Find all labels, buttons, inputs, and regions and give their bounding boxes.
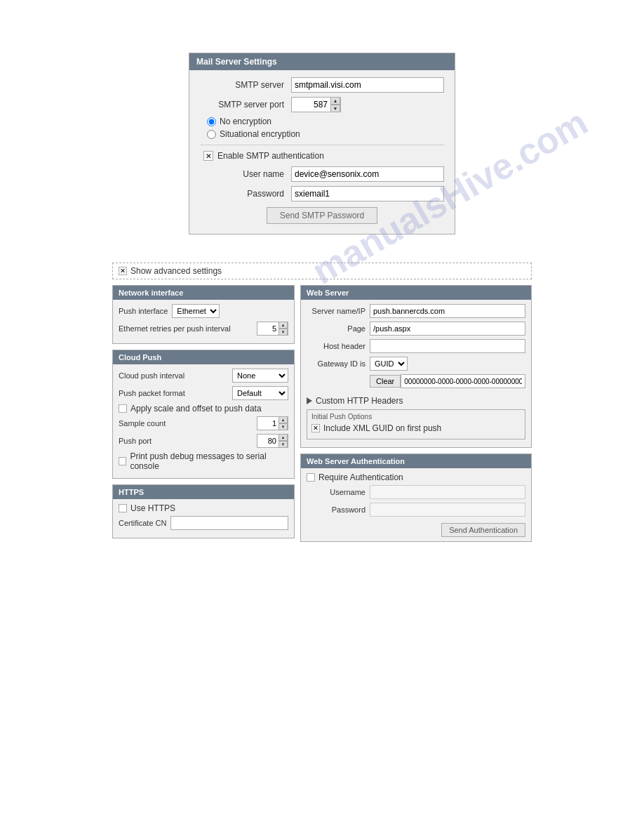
cloud-push-panel: Cloud Push Cloud push interval None Push… <box>112 350 295 479</box>
smtp-port-up[interactable]: ▲ <box>330 97 340 105</box>
sample-count-down[interactable]: ▼ <box>279 423 288 430</box>
advanced-settings-checkbox[interactable]: ✕ <box>119 267 127 275</box>
use-https-label: Use HTTPS <box>130 503 175 513</box>
page-row: Page <box>307 322 525 336</box>
certificate-cn-input[interactable] <box>170 516 288 530</box>
situational-encryption-label: Situational encryption <box>220 129 300 139</box>
ethernet-retries-input[interactable] <box>257 324 279 333</box>
no-encryption-radio[interactable] <box>207 117 216 126</box>
auth-username-input[interactable] <box>370 485 525 499</box>
expand-triangle-icon <box>307 397 312 404</box>
web-server-auth-body: Require Authentication Username Password… <box>301 468 531 541</box>
username-row: User name <box>200 166 444 182</box>
enable-smtp-label: Enable SMTP authentication <box>217 151 324 161</box>
page-input[interactable] <box>370 322 525 336</box>
smtp-port-wrapper: ▲ ▼ <box>291 97 341 112</box>
send-authentication-button[interactable]: Send Authentication <box>441 523 525 537</box>
cloud-push-interval-select[interactable]: None <box>232 369 288 383</box>
page-label: Page <box>307 324 370 333</box>
guid-value-input[interactable] <box>401 374 525 388</box>
smtp-port-down[interactable]: ▼ <box>330 105 340 112</box>
mail-server-title: Mail Server Settings <box>189 53 455 70</box>
push-packet-format-row: Push packet format Default <box>119 386 288 400</box>
print-debug-checkbox[interactable] <box>119 457 126 465</box>
password-row: Password <box>200 186 444 201</box>
include-xml-guid-label: Include XML GUID on first push <box>323 423 441 433</box>
push-interface-select[interactable]: Ethernet <box>172 304 220 318</box>
network-interface-title: Network interface <box>113 286 294 300</box>
include-xml-guid-row: ✕ Include XML GUID on first push <box>311 423 521 433</box>
custom-http-headers-label: Custom HTTP Headers <box>316 396 403 406</box>
mail-server-body: SMTP server SMTP server port ▲ ▼ No encr… <box>189 70 455 234</box>
sample-count-spin-buttons: ▲ ▼ <box>279 416 288 430</box>
apply-scale-checkbox[interactable] <box>119 404 127 413</box>
advanced-settings-row[interactable]: ✕ Show advanced settings <box>112 263 532 279</box>
push-port-up[interactable]: ▲ <box>279 434 288 441</box>
sample-count-up[interactable]: ▲ <box>279 416 288 423</box>
ethernet-retries-up[interactable]: ▲ <box>279 322 288 329</box>
ethernet-retries-spin-buttons: ▲ ▼ <box>279 322 288 336</box>
push-interface-label: Push interface <box>119 307 168 315</box>
right-panels: Web Server Server name/IP Page Host head… <box>300 285 532 542</box>
gateway-id-select[interactable]: GUID <box>370 357 408 371</box>
no-encryption-label: No encryption <box>220 117 271 126</box>
ethernet-retries-spinner: ▲ ▼ <box>257 322 288 336</box>
smtp-server-label: SMTP server <box>200 80 291 90</box>
cloud-push-body: Cloud push interval None Push packet for… <box>113 364 294 478</box>
web-server-auth-panel: Web Server Authentication Require Authen… <box>300 454 532 542</box>
smtp-server-row: SMTP server <box>200 77 444 93</box>
clear-button[interactable]: Clear <box>370 375 401 388</box>
initial-push-options-box: Initial Push Options ✕ Include XML GUID … <box>307 409 525 439</box>
ethernet-retries-label: Ethernet retries per push interval <box>119 324 253 333</box>
print-debug-label: Print push debug messages to serial cons… <box>130 451 288 471</box>
initial-push-options-title: Initial Push Options <box>311 413 521 421</box>
mail-server-panel: Mail Server Settings SMTP server SMTP se… <box>189 53 455 234</box>
network-interface-panel: Network interface Push interface Etherne… <box>112 285 295 344</box>
situational-encryption-radio[interactable] <box>207 130 216 139</box>
smtp-port-input[interactable] <box>292 98 330 111</box>
server-name-ip-label: Server name/IP <box>307 307 370 315</box>
require-auth-row: Require Authentication <box>307 472 525 482</box>
push-packet-format-label: Push packet format <box>119 389 228 397</box>
require-auth-checkbox[interactable] <box>307 473 315 482</box>
bottom-section: ✕ Show advanced settings Network interfa… <box>0 263 644 556</box>
bottom-panels: Network interface Push interface Etherne… <box>112 285 532 542</box>
push-packet-format-select[interactable]: Default <box>232 386 288 400</box>
push-port-spin-buttons: ▲ ▼ <box>279 434 288 448</box>
print-debug-row: Print push debug messages to serial cons… <box>119 451 288 471</box>
apply-scale-label: Apply scale and offset to push data <box>130 404 262 413</box>
apply-scale-row: Apply scale and offset to push data <box>119 404 288 413</box>
sample-count-input[interactable] <box>257 418 279 428</box>
cloud-push-title: Cloud Push <box>113 350 294 364</box>
server-name-ip-input[interactable] <box>370 304 525 318</box>
push-port-down[interactable]: ▼ <box>279 441 288 448</box>
web-server-title: Web Server <box>301 286 531 300</box>
use-https-checkbox[interactable] <box>119 504 127 512</box>
smtp-port-row: SMTP server port ▲ ▼ <box>200 97 444 112</box>
push-interface-row: Push interface Ethernet <box>119 304 288 318</box>
web-server-panel: Web Server Server name/IP Page Host head… <box>300 285 532 448</box>
push-port-label: Push port <box>119 437 253 445</box>
smtp-port-label: SMTP server port <box>200 100 291 110</box>
server-name-ip-row: Server name/IP <box>307 304 525 318</box>
top-section: Mail Server Settings SMTP server SMTP se… <box>0 0 644 263</box>
send-smtp-password-button[interactable]: Send SMTP Password <box>267 207 378 224</box>
gateway-id-row: Gateway ID is GUID <box>307 357 525 371</box>
host-header-input[interactable] <box>370 339 525 353</box>
username-input[interactable] <box>291 166 444 182</box>
include-xml-guid-checkbox[interactable]: ✕ <box>311 424 320 432</box>
push-port-input[interactable] <box>257 436 279 446</box>
https-panel: HTTPS Use HTTPS Certificate CN <box>112 484 295 538</box>
clear-guid-row: Clear <box>307 374 525 388</box>
ethernet-retries-down[interactable]: ▼ <box>279 329 288 336</box>
custom-http-headers-row[interactable]: Custom HTTP Headers <box>307 396 525 406</box>
left-panels: Network interface Push interface Etherne… <box>112 285 295 542</box>
certificate-cn-label: Certificate CN <box>119 519 166 527</box>
auth-password-input[interactable] <box>370 503 525 517</box>
enable-smtp-checkbox[interactable]: ✕ <box>203 151 213 161</box>
smtp-port-spinners: ▲ ▼ <box>330 97 340 112</box>
sample-count-row: Sample count ▲ ▼ <box>119 416 288 430</box>
password-input[interactable] <box>291 186 444 201</box>
smtp-server-input[interactable] <box>291 77 444 93</box>
no-encryption-row: No encryption <box>200 117 444 126</box>
